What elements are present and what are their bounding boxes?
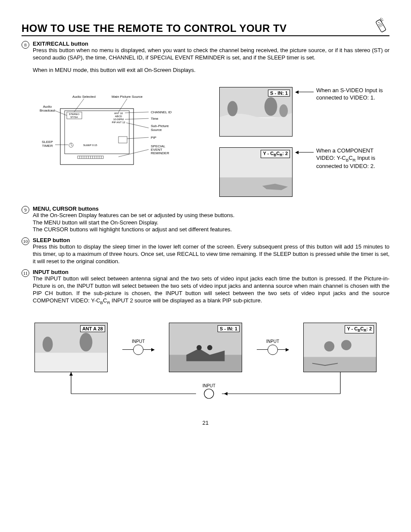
remote-icon (372, 17, 389, 34)
tv-thumbnail-component: Y - CBCR: 2 (219, 147, 293, 197)
caption-component: When a COMPONENT VIDEO: Y-CBCR Input is … (316, 147, 389, 170)
svg-point-62 (196, 345, 202, 350)
svideo-example: S - IN: 1 When an S-VIDEO Input is conne… (219, 87, 389, 137)
osd-diagram: STEREO ST/SA ANT 10 ABCD 10:00PM PIP ANT… (34, 87, 172, 174)
item-text: Press this button to display the sleep t… (33, 243, 389, 265)
svg-text:ABCD: ABCD (115, 115, 122, 118)
svg-rect-65 (304, 357, 376, 372)
page-title: HOW TO USE THE REMOTE TO CONTROL YOUR TV (22, 22, 287, 34)
svg-point-58 (43, 336, 53, 352)
item-text: When in MENU mode, this button will exit… (33, 67, 389, 74)
item-text: All the On-Screen Display features can b… (33, 212, 389, 219)
svg-marker-72 (69, 372, 73, 376)
input-button-icon (133, 345, 143, 355)
return-arrow: INPUT (34, 372, 377, 402)
svg-text:Time: Time (151, 117, 159, 121)
item-number: 11 (22, 269, 29, 277)
svg-text:Sub-Picture: Sub-Picture (151, 124, 169, 128)
svg-text:INPUT: INPUT (202, 383, 215, 388)
svg-point-51 (227, 101, 238, 116)
svg-point-67 (341, 340, 352, 350)
svg-text:ST/SA: ST/SA (70, 116, 78, 118)
caption-svideo: When an S-VIDEO Input is connected to VI… (316, 87, 389, 102)
svg-text:Main Picture Source: Main Picture Source (112, 95, 143, 99)
item-number: 10 (22, 237, 29, 245)
title-row: HOW TO USE THE REMOTE TO CONTROL YOUR TV (22, 17, 389, 36)
flow-connector: INPUT (122, 339, 154, 356)
flow-thumb-component: Y - CBCR: 2 (303, 323, 377, 372)
item-8: 8 EXIT/RECALL button Press this button w… (22, 40, 389, 74)
svg-marker-73 (224, 392, 227, 395)
svg-rect-0 (376, 19, 386, 32)
svg-point-53 (279, 104, 288, 117)
item-text: Press this button when no menu is displa… (33, 47, 389, 62)
tv-thumbnail-svideo: S - IN: 1 (219, 87, 293, 137)
flow-thumb-sin: S - IN: 1 (169, 323, 242, 372)
item-text: The CURSOR buttons will highlight functi… (33, 226, 389, 233)
svg-text:Audio: Audio (43, 105, 52, 109)
svg-rect-20 (118, 137, 127, 143)
flow-label: Y - CBCR: 2 (345, 325, 374, 333)
svg-text:REMINDER: REMINDER (151, 151, 169, 155)
page-number: 21 (22, 420, 389, 426)
svg-text:TIMER: TIMER (42, 144, 53, 148)
item-heading: SLEEP button (33, 237, 389, 243)
input-button-icon (268, 345, 278, 355)
item-text: The INPUT button will select between ant… (33, 275, 389, 305)
svg-point-59 (80, 333, 93, 352)
item-heading: MENU, CURSOR buttons (33, 205, 389, 212)
svg-text:CHANNEL ID: CHANNEL ID (151, 110, 171, 114)
right-column: S - IN: 1 When an S-VIDEO Input is conne… (219, 87, 389, 197)
svg-point-66 (324, 341, 334, 352)
svg-text:SLEEP 0:15: SLEEP 0:15 (83, 144, 97, 146)
figure-row: STEREO ST/SA ANT 10 ABCD 10:00PM PIP ANT… (34, 87, 389, 197)
tv-label: Y - CBCR: 2 (261, 150, 290, 158)
svg-rect-57 (35, 353, 107, 372)
item-heading: INPUT button (33, 269, 389, 275)
item-number: 8 (22, 41, 29, 49)
svg-point-75 (204, 389, 214, 398)
item-heading: EXIT/RECALL button (33, 40, 389, 47)
flow-connector: INPUT (257, 339, 289, 356)
item-number: 9 (22, 206, 29, 214)
flow-label: ANT A 28 (80, 325, 105, 332)
item-9: 9 MENU, CURSOR buttons All the On-Screen… (22, 205, 389, 234)
flow-label: S - IN: 1 (218, 325, 240, 332)
item-10: 10 SLEEP button Press this button to dis… (22, 237, 389, 265)
svg-text:Audio Selected: Audio Selected (72, 95, 96, 99)
tv-label: S - IN: 1 (268, 90, 290, 96)
flow-thumb-ant: ANT A 28 (34, 323, 108, 372)
svg-point-63 (207, 345, 212, 350)
svg-text:Broadcast: Broadcast (40, 109, 56, 112)
input-flow-diagram: ANT A 28 INPUT S - IN: 1 INPUT (34, 323, 377, 402)
svg-text:STEREO: STEREO (69, 113, 80, 115)
svg-text:PIP: PIP (151, 136, 156, 140)
svg-text:PIP ANT 12: PIP ANT 12 (112, 121, 125, 124)
svg-text:10:00PM: 10:00PM (113, 118, 124, 121)
svg-text:ANT 10: ANT 10 (114, 112, 123, 115)
svg-text:Source: Source (151, 128, 162, 132)
component-example: Y - CBCR: 2 When a COMPONENT VIDEO: Y-CB… (219, 147, 389, 197)
item-11: 11 INPUT button The INPUT button will se… (22, 269, 389, 305)
svg-text:SLEEP: SLEEP (42, 140, 53, 144)
svg-point-52 (265, 97, 277, 115)
item-text: The MENU button will start the On-Screen… (33, 219, 389, 227)
